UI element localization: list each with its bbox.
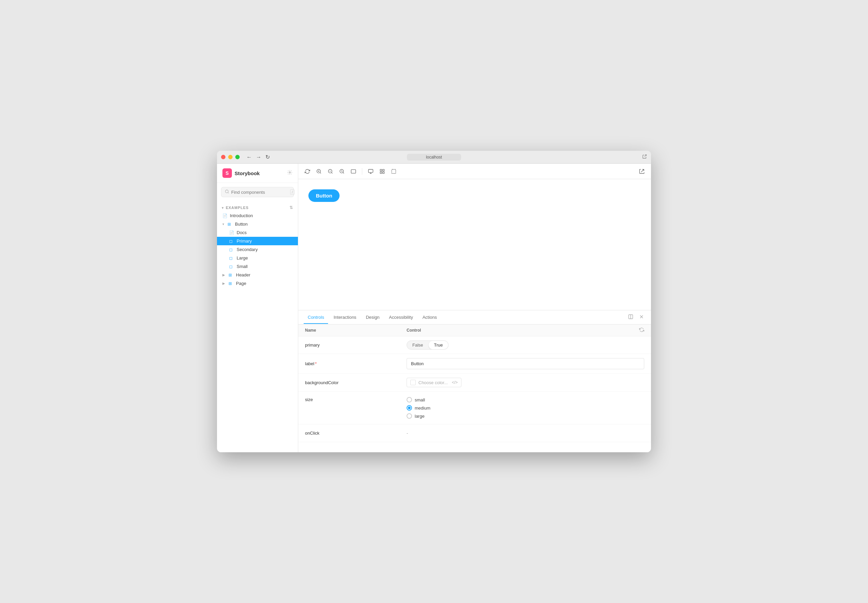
back-button[interactable]: ←: [245, 153, 253, 161]
radio-circle-small: [407, 397, 412, 402]
forward-button[interactable]: →: [254, 153, 263, 161]
url-bar[interactable]: localhost: [407, 154, 461, 161]
traffic-lights: [221, 155, 240, 159]
tab-actions[interactable]: Actions: [418, 311, 441, 324]
grid-button[interactable]: [377, 167, 387, 176]
minimize-button[interactable]: [228, 155, 233, 159]
story-icon: ◻: [229, 239, 234, 244]
header-control: Control: [407, 328, 421, 332]
sync-button[interactable]: [302, 167, 313, 176]
nav-item-label: Introduction: [230, 213, 253, 218]
close-button[interactable]: [221, 155, 225, 159]
sidebar: S Storybook /: [217, 164, 298, 452]
tab-accessibility[interactable]: Accessibility: [385, 311, 417, 324]
sidebar-item-introduction[interactable]: 📄 Introduction: [217, 211, 298, 220]
expand-icon: ▶: [222, 281, 225, 285]
code-icon[interactable]: </>: [452, 380, 458, 385]
sidebar-item-page[interactable]: ▶ ⊞ Page: [217, 279, 298, 288]
sort-icon[interactable]: ⇅: [290, 205, 293, 210]
control-name-size: size: [305, 397, 407, 402]
color-swatch: [410, 380, 416, 385]
section-label: EXAMPLES: [226, 206, 249, 210]
fit-screen-button[interactable]: [348, 167, 359, 176]
story-icon: ◻: [229, 247, 234, 252]
storybook-logo: S: [222, 169, 232, 178]
logo-letter: S: [225, 170, 228, 176]
component-icon: ⊞: [228, 273, 233, 277]
nav-buttons: ← → ↻: [245, 153, 271, 161]
size-radio-group: small medium large: [407, 397, 430, 419]
section-header-examples[interactable]: ▾ EXAMPLES ⇅: [217, 204, 298, 211]
control-row-backgroundcolor: backgroundColor Choose color... </>: [298, 374, 651, 392]
open-new-tab-button[interactable]: [637, 167, 647, 176]
sidebar-item-button-secondary[interactable]: ◻ Secondary: [217, 245, 298, 254]
toggle-true[interactable]: True: [429, 341, 448, 349]
nav-item-label: Header: [236, 272, 251, 277]
close-panel-button[interactable]: [637, 313, 646, 322]
sidebar-item-button-large[interactable]: ◻ Large: [217, 254, 298, 262]
radio-label-large: large: [415, 414, 424, 419]
maximize-button[interactable]: [235, 155, 240, 159]
control-name-onclick: onClick: [305, 431, 407, 436]
sidebar-item-button[interactable]: ▾ ⊞ Button: [217, 220, 298, 228]
search-input[interactable]: [231, 190, 288, 195]
reload-button[interactable]: ↻: [264, 153, 271, 161]
toggle-false[interactable]: False: [407, 341, 429, 349]
preview-button[interactable]: Button: [308, 189, 339, 202]
control-name-backgroundcolor: backgroundColor: [305, 380, 407, 385]
external-link-icon[interactable]: [642, 154, 647, 160]
svg-rect-9: [380, 172, 382, 173]
radio-label-small: small: [415, 397, 425, 402]
sidebar-item-button-docs[interactable]: 📄 Docs: [217, 228, 298, 237]
svg-rect-10: [382, 172, 384, 173]
primary-toggle[interactable]: False True: [407, 340, 449, 349]
svg-point-0: [289, 172, 290, 173]
story-icon: ◻: [229, 264, 234, 269]
radio-circle-medium: [407, 405, 412, 411]
component-icon: ⊞: [228, 222, 232, 227]
tab-interactions[interactable]: Interactions: [329, 311, 360, 324]
color-picker[interactable]: Choose color... </>: [407, 378, 461, 387]
radio-medium[interactable]: medium: [407, 405, 430, 411]
control-value-backgroundcolor: Choose color... </>: [407, 378, 644, 387]
nav-item-label: Large: [237, 255, 248, 261]
chevron-down-icon: ▾: [222, 206, 224, 210]
zoom-out-button[interactable]: [325, 167, 336, 176]
outline-button[interactable]: [389, 167, 399, 176]
nav-section-examples: ▾ EXAMPLES ⇅ 📄 Introduction ▾ ⊞ Button: [217, 201, 298, 290]
settings-icon[interactable]: [287, 170, 293, 176]
svg-rect-5: [351, 169, 355, 173]
sidebar-item-button-small[interactable]: ◻ Small: [217, 262, 298, 271]
color-placeholder: Choose color...: [418, 380, 448, 385]
docs-icon: 📄: [222, 213, 227, 218]
radio-label-medium: medium: [415, 405, 430, 411]
zoom-in-button[interactable]: [314, 167, 324, 176]
svg-rect-8: [382, 169, 384, 171]
split-panel-button[interactable]: [627, 313, 635, 322]
svg-rect-11: [392, 169, 396, 173]
component-icon: ⊞: [228, 281, 233, 286]
desktop-view-button[interactable]: [365, 167, 376, 176]
control-row-size: size small medium: [298, 392, 651, 424]
toolbar: [298, 164, 651, 179]
reset-zoom-button[interactable]: [337, 167, 347, 176]
label-input[interactable]: [407, 358, 644, 369]
sidebar-item-header[interactable]: ▶ ⊞ Header: [217, 271, 298, 279]
radio-large[interactable]: large: [407, 413, 430, 419]
search-box[interactable]: /: [221, 187, 294, 197]
storybook-title: Storybook: [234, 170, 260, 176]
bottom-panel: Controls Interactions Design Accessibili…: [298, 310, 651, 452]
panel-tabs: Controls Interactions Design Accessibili…: [298, 310, 651, 325]
tab-design[interactable]: Design: [362, 311, 384, 324]
right-panel: Button Controls Interactions Design Acce…: [298, 164, 651, 452]
control-row-onclick: onClick -: [298, 424, 651, 442]
nav-item-label: Primary: [237, 238, 252, 244]
expand-icon: ▾: [222, 222, 224, 226]
radio-small[interactable]: small: [407, 397, 430, 402]
sidebar-item-button-primary[interactable]: ◻ Primary: [217, 237, 298, 245]
nav-item-label: Button: [235, 221, 248, 227]
story-icon: ◻: [229, 256, 234, 261]
tab-controls[interactable]: Controls: [304, 311, 328, 324]
radio-circle-large: [407, 413, 412, 419]
reset-controls-icon[interactable]: [639, 327, 644, 333]
